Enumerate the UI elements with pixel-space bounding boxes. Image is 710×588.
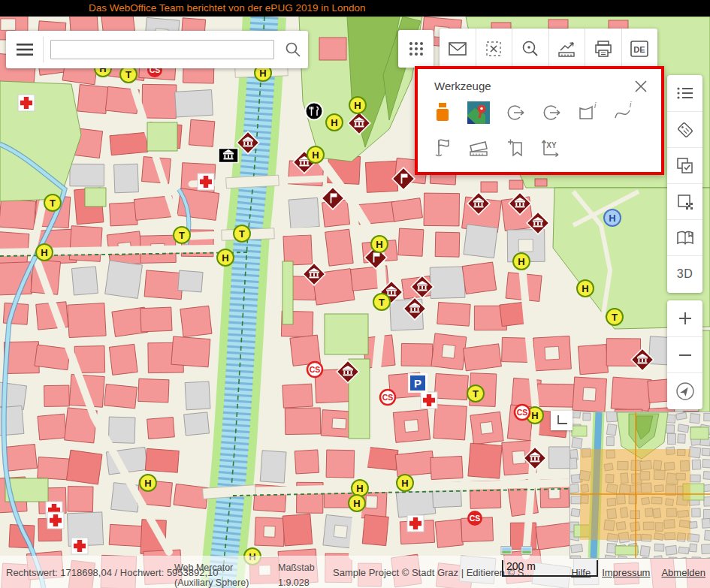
apps-grid-button[interactable] — [398, 30, 434, 68]
tram-stop-marker: T — [467, 385, 484, 402]
svg-text:P: P — [414, 377, 421, 390]
svg-text:H: H — [144, 478, 151, 489]
plus-icon — [676, 309, 694, 327]
photo-marker — [501, 547, 512, 555]
xy-axes-icon: XY — [538, 135, 563, 161]
svg-text:CS: CS — [470, 514, 481, 523]
sidebar-transparency-button[interactable] — [667, 183, 702, 219]
tool-map-preview[interactable] — [464, 98, 494, 128]
zoom-point-icon — [520, 38, 541, 59]
tool-flag-point[interactable] — [428, 133, 458, 163]
sidebar-layer-list-button[interactable] — [667, 75, 702, 111]
tram-stop-marker: T — [174, 227, 190, 243]
3d-label: 3D — [677, 267, 693, 281]
tool-circle-arrow-2[interactable] — [536, 98, 566, 128]
svg-text:T: T — [179, 230, 185, 241]
bus-stop-marker: H — [349, 97, 366, 113]
scale-label: Maßstab — [278, 562, 315, 573]
search-icon — [284, 41, 302, 59]
pharmacy-cross-marker — [18, 95, 35, 111]
weboffice-app: HHHHHHHHHHHHHHHHTTTTTTTHCSCSCSCSCSP Das … — [0, 0, 710, 588]
svg-text:CS: CS — [310, 365, 321, 374]
tool-bookmark-add[interactable] — [500, 133, 530, 163]
locate-icon — [675, 381, 696, 402]
bus-stop-marker: H — [577, 280, 594, 297]
xy-label: XY — [546, 141, 557, 149]
cs-marker: CS — [515, 405, 530, 420]
flag-icon — [430, 135, 455, 161]
sidebar-3d-button[interactable]: 3D — [667, 255, 702, 291]
map-preview-icon — [466, 100, 491, 125]
scale-readout: Maßstab 1:9.028 — [278, 560, 315, 588]
tool-line-info[interactable]: i — [608, 98, 638, 128]
marker-symbol-icon — [429, 99, 456, 126]
svg-text:H: H — [259, 68, 266, 79]
divider — [43, 37, 44, 62]
svg-text:H: H — [356, 483, 363, 494]
svg-text:H: H — [222, 252, 228, 264]
parking-marker: P — [408, 373, 428, 393]
measure-button[interactable] — [548, 29, 585, 69]
locate-button[interactable] — [667, 372, 702, 409]
photo-marker — [521, 547, 532, 555]
panel-close-button[interactable] — [631, 77, 651, 96]
svg-text:T: T — [473, 388, 479, 400]
zoom-point-button[interactable] — [512, 29, 548, 69]
search-input[interactable] — [50, 40, 274, 59]
bus-stop-marker: H — [140, 475, 156, 491]
svg-text:i: i — [594, 101, 597, 110]
bus-stop-marker: H — [326, 114, 343, 131]
blue-stop-marker: H — [604, 210, 621, 226]
menu-button[interactable] — [6, 31, 43, 68]
line-info-icon: i — [610, 100, 636, 125]
status-bar: Rechtswert: 1718698,04 / Hochwert: 59538… — [0, 556, 710, 588]
sidebar-legend-button[interactable] — [667, 219, 702, 255]
svg-text:H: H — [518, 256, 524, 267]
tool-marker-symbol[interactable] — [428, 98, 458, 128]
tool-dimension[interactable] — [464, 133, 494, 163]
tool-polygon-info[interactable]: i — [572, 98, 602, 128]
print-button[interactable] — [585, 29, 621, 69]
minimap-collapse-button[interactable] — [551, 411, 573, 430]
selection-icon — [675, 156, 695, 176]
clear-selection-button[interactable] — [476, 29, 512, 69]
zoom-in-button[interactable] — [667, 300, 702, 336]
panel-title: Werkzeuge — [434, 80, 491, 92]
legend-book-icon — [675, 228, 695, 248]
sidebar-selection-button[interactable] — [667, 147, 702, 183]
tool-coordinates-xy[interactable]: XY — [536, 133, 566, 163]
svg-text:H: H — [582, 283, 588, 294]
circle-arrow-out-icon — [502, 100, 527, 125]
search-bar — [6, 31, 308, 68]
svg-text:H: H — [41, 247, 47, 258]
bus-stop-marker: H — [352, 480, 368, 496]
mail-icon — [447, 38, 468, 59]
tag-icon — [675, 120, 695, 140]
sidebar-zoom — [667, 300, 702, 409]
tram-stop-marker: T — [606, 309, 623, 325]
svg-text:i: i — [630, 101, 632, 109]
svg-text:CS: CS — [382, 393, 394, 402]
bus-stop-marker: H — [397, 475, 413, 491]
search-button[interactable] — [279, 31, 308, 68]
main-toolbar: DE — [440, 29, 657, 69]
tool-circle-arrow-1[interactable] — [500, 98, 530, 128]
news-ticker-banner: Das WebOffice Team berichtet von der ePU… — [0, 0, 710, 17]
sidebar-labels-button[interactable] — [667, 111, 702, 147]
banner-text: Das WebOffice Team berichtet von der ePU… — [89, 0, 365, 17]
footer-links: Hilfe Impressum Abmelden — [571, 567, 705, 578]
logout-link[interactable]: Abmelden — [661, 567, 705, 578]
svg-text:H: H — [331, 117, 337, 128]
hamburger-icon — [15, 40, 35, 59]
sidebar-tools: 3D — [667, 75, 702, 293]
mail-button[interactable] — [440, 29, 476, 69]
svg-text:H: H — [609, 213, 615, 224]
tools-panel: Werkzeuge — [415, 66, 664, 175]
impressum-link[interactable]: Impressum — [602, 567, 650, 578]
language-button[interactable]: DE — [621, 29, 658, 69]
bus-stop-marker: H — [513, 253, 530, 270]
help-link[interactable]: Hilfe — [571, 567, 591, 578]
zoom-out-button[interactable] — [667, 336, 702, 372]
svg-text:H: H — [354, 100, 361, 111]
overview-map[interactable] — [570, 412, 710, 559]
